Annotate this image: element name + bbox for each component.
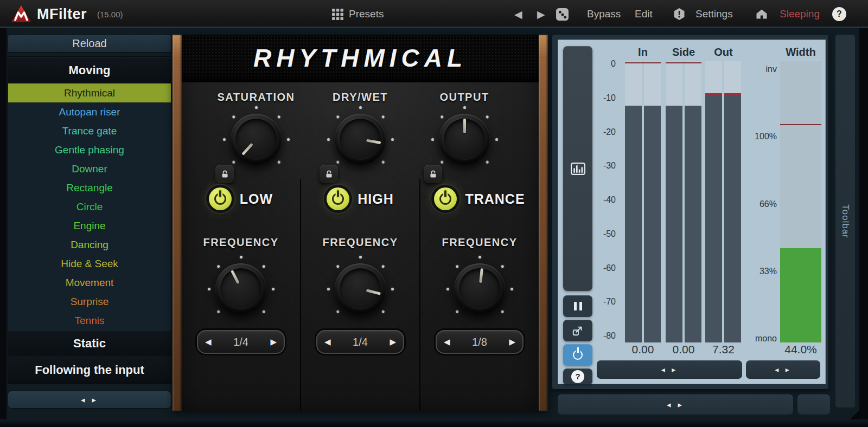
bypass-button[interactable]: Bypass: [587, 0, 621, 28]
toolbar-strip-label: Toolbar: [840, 204, 851, 238]
drywet-lock-button[interactable]: [320, 165, 338, 183]
trance-frequency-label: FREQUENCY: [442, 236, 517, 249]
group-header-following[interactable]: Following the input: [8, 357, 171, 383]
meter-pause-button[interactable]: [563, 295, 592, 317]
high-band-label: HIGH: [358, 191, 394, 207]
prev-preset-button[interactable]: ◀: [514, 0, 522, 28]
db-scale: 0 -10 -20 -30 -40 -50 -60 -70 -80: [589, 59, 616, 341]
preset-item-movement[interactable]: Movement: [8, 273, 171, 292]
meter-bar-in-left: [625, 61, 642, 342]
trance-rate-prev-icon[interactable]: ◀: [444, 337, 450, 347]
band-trance: TRANCE FREQUENCY ◀ 1/8 ▶: [419, 179, 539, 411]
meter-bar-out-left: [705, 61, 722, 342]
low-rate-next-icon[interactable]: ▶: [270, 337, 277, 347]
wood-frame-right: [539, 35, 548, 411]
preset-item-surprise[interactable]: Surprise: [8, 292, 171, 311]
help-icon: ?: [832, 7, 846, 21]
next-preset-button[interactable]: ▶: [537, 0, 545, 28]
power-icon: [573, 350, 583, 360]
preset-item-dancing[interactable]: Dancing: [8, 235, 171, 254]
output-lock-button[interactable]: [424, 165, 442, 183]
settings-button[interactable]: Settings: [695, 0, 733, 28]
macro-knob-row: SATURATION: [182, 82, 539, 179]
randomize-button[interactable]: [556, 0, 569, 28]
out-peak-cap: [724, 93, 741, 95]
low-frequency-knob[interactable]: [206, 254, 276, 324]
group-header-moving[interactable]: Moving: [8, 57, 171, 83]
high-rate-prev-icon[interactable]: ◀: [324, 337, 331, 347]
meters-hscroll[interactable]: ◂ ▸: [597, 360, 742, 379]
sidebar-hscroll[interactable]: ◂ ▸: [8, 391, 171, 409]
preset-item-gentle-phasing[interactable]: Gentle phasing: [8, 140, 171, 159]
preset-item-downer[interactable]: Downer: [8, 159, 171, 178]
width-hscroll[interactable]: ◂ ▸: [746, 360, 820, 379]
meter-help-button[interactable]: ?: [563, 368, 592, 384]
trance-frequency-knob[interactable]: [445, 254, 514, 324]
preset-item-autopan-riser[interactable]: Autopan riser: [8, 102, 171, 121]
trance-rate-value[interactable]: 1/8: [472, 336, 487, 348]
preset-sidebar: Reload Moving Rhythmical Autopan riser T…: [8, 35, 171, 409]
preset-item-circle[interactable]: Circle: [8, 197, 171, 216]
meter-power-button[interactable]: [563, 344, 592, 366]
preset-item-tennis[interactable]: Tennis: [8, 311, 171, 330]
trance-rate-next-icon[interactable]: ▶: [509, 337, 515, 347]
width-peak-line: [780, 124, 821, 125]
preset-item-rectangle[interactable]: Rectangle: [8, 178, 171, 197]
device-panel: RHYTHMICAL SATURATION: [173, 35, 548, 411]
preset-item-trance-gate[interactable]: Trance gate: [8, 121, 171, 140]
preset-item-rhythmical[interactable]: Rhythmical: [8, 83, 171, 102]
saturation-lock-button[interactable]: [215, 165, 234, 183]
dice-icon: [556, 8, 569, 21]
wood-frame-left: [173, 35, 182, 411]
toolbar-strip[interactable]: Toolbar: [835, 35, 855, 407]
meter-out[interactable]: [705, 61, 741, 342]
presets-button[interactable]: Presets: [332, 0, 384, 28]
output-knob[interactable]: [430, 105, 499, 174]
low-rate-value[interactable]: 1/4: [233, 336, 248, 348]
unlock-icon: [324, 170, 334, 179]
preset-item-hide-and-seek[interactable]: Hide & Seek: [8, 254, 171, 273]
band-row: LOW FREQUENCY ◀ 1/4 ▶: [182, 179, 539, 411]
meter-header-side: Side: [666, 46, 701, 59]
meter-popout-button[interactable]: [563, 320, 592, 341]
group-header-static[interactable]: Static: [8, 330, 171, 357]
low-band-label: LOW: [240, 191, 273, 207]
unlock-icon: [429, 170, 438, 179]
preset-list: Moving Rhythmical Autopan riser Trance g…: [8, 56, 171, 384]
drywet-knob[interactable]: [326, 105, 395, 174]
in-peak-line: [625, 62, 661, 63]
saturation-knob[interactable]: [221, 105, 291, 174]
pause-icon: [574, 302, 582, 310]
app-logo[interactable]: MFilter (15.00): [11, 0, 123, 28]
notifications-button[interactable]: [673, 0, 686, 28]
high-rate-value[interactable]: 1/4: [353, 336, 368, 348]
meter-range-slider[interactable]: [563, 46, 592, 291]
device-header: RHYTHMICAL: [182, 35, 539, 82]
out-readout: 7.32: [705, 343, 742, 356]
high-frequency-knob[interactable]: [326, 254, 395, 324]
home-icon: [755, 8, 768, 21]
meter-section: ? In Side Out Width 0 -10 -20 -30 -40 -5…: [552, 35, 828, 389]
meter-in[interactable]: [625, 61, 661, 342]
trance-power-button[interactable]: [434, 187, 457, 210]
help-icon: ?: [571, 370, 584, 383]
meter-bar-in-right: [644, 61, 661, 342]
reload-button[interactable]: Reload: [8, 35, 171, 53]
panel-hscroll-end[interactable]: [797, 394, 830, 415]
meter-side[interactable]: [666, 61, 701, 342]
sleeping-status[interactable]: Sleeping: [780, 0, 820, 28]
low-rate-prev-icon[interactable]: ◀: [205, 337, 212, 347]
resize-icon: [572, 325, 584, 337]
saturation-label: SATURATION: [217, 91, 295, 103]
side-peak-line: [666, 62, 701, 63]
high-power-button[interactable]: [327, 187, 349, 210]
panel-hscroll[interactable]: ◂ ▸: [558, 394, 793, 415]
meter-bar-width[interactable]: [780, 61, 821, 342]
edit-button[interactable]: Edit: [635, 0, 653, 28]
low-power-button[interactable]: [209, 187, 232, 210]
presets-label: Presets: [349, 8, 384, 20]
preset-item-engine[interactable]: Engine: [8, 216, 171, 235]
help-button[interactable]: ?: [832, 0, 846, 28]
home-button[interactable]: [755, 0, 768, 28]
high-rate-next-icon[interactable]: ▶: [390, 337, 396, 347]
